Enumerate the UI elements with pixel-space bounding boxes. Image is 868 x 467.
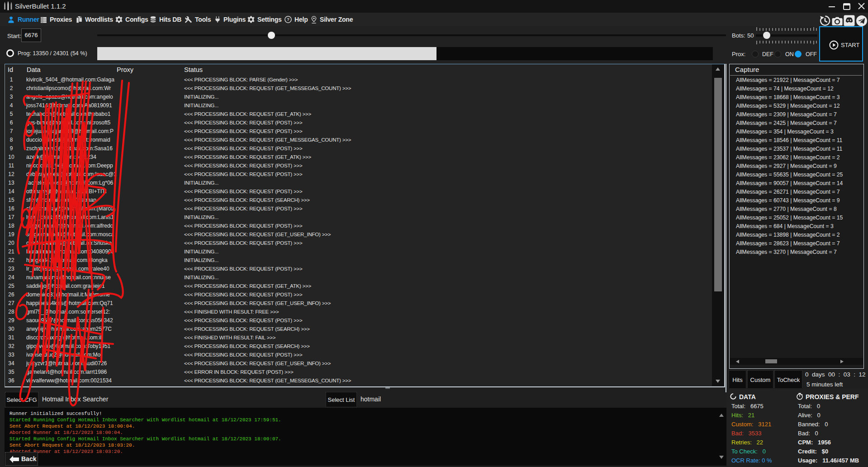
svg-text:?: ? (287, 17, 289, 22)
